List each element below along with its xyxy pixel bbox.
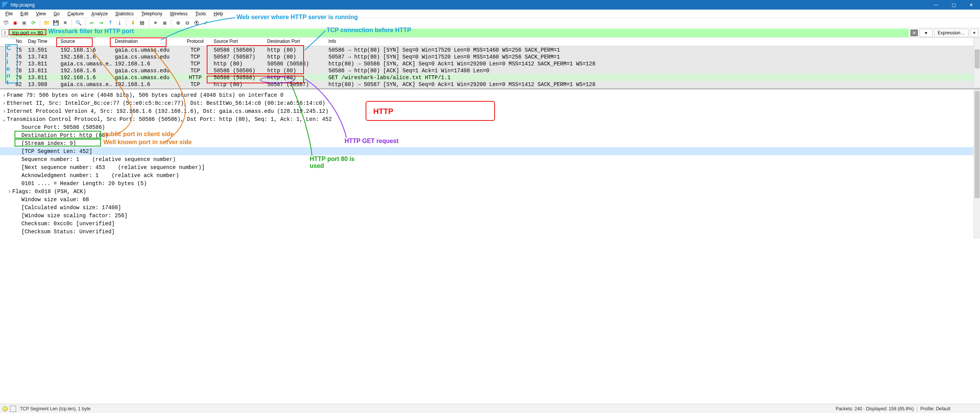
menu-edit[interactable]: Edit <box>16 11 32 16</box>
column-header[interactable]: Source Port <box>211 38 264 46</box>
column-header[interactable]: Protocol <box>180 38 211 46</box>
packet-row[interactable]: 7613.743192.168.1.6gaia.cs.umass.eduTCP5… <box>0 53 980 60</box>
toolbar-button[interactable]: ⤒ <box>106 19 114 27</box>
menu-wireless[interactable]: Wireless <box>166 11 191 16</box>
expert-info-icon[interactable] <box>2 406 8 411</box>
app-icon <box>2 2 8 8</box>
toolbar-button[interactable]: ⊕ <box>174 19 182 27</box>
status-field-info: TCP Segment Len (tcp.len), 1 byte <box>20 406 91 411</box>
menu-statistics[interactable]: Statistics <box>111 11 137 16</box>
toolbar-button[interactable]: ▤ <box>138 19 146 27</box>
packet-row[interactable]: 7513.591192.168.1.6gaia.cs.umass.eduTCP5… <box>0 46 980 53</box>
detail-line[interactable]: [Window size scaling factor: 256] <box>0 211 980 220</box>
menu-tools[interactable]: Tools <box>191 11 210 16</box>
toolbar-button[interactable]: 📁 <box>42 19 51 27</box>
menu-capture[interactable]: Capture <box>64 11 88 16</box>
detail-line[interactable]: Checksum: 0xcc0c [unverified] <box>0 220 980 228</box>
detail-line[interactable]: [Stream index: 9] <box>0 139 980 147</box>
filter-clear-button[interactable]: ✕ <box>910 29 918 36</box>
detail-line[interactable]: Source Port: 50586 (50586) <box>0 123 980 131</box>
detail-line[interactable]: Acknowledgment number: 1 (relative ack n… <box>0 171 980 179</box>
display-filter-row: ▯ ✕ ▾ Expression… + <box>0 28 980 38</box>
detail-line[interactable]: Window size value: 68 <box>0 195 980 203</box>
status-packet-count: Packets: 240 · Displayed: 158 (65.8%) <box>836 406 914 411</box>
toolbar-button[interactable]: ▣ <box>20 19 28 27</box>
column-header[interactable]: Destination <box>112 38 180 46</box>
toolbar-button[interactable]: ⦿ <box>192 19 201 27</box>
toolbar-button[interactable]: ✕ <box>61 19 69 27</box>
toolbar-button[interactable]: ◉ <box>11 19 19 27</box>
scrollbar[interactable] <box>973 89 980 239</box>
detail-line[interactable]: ›Internet Protocol Version 4, Src: 192.1… <box>0 107 980 115</box>
status-profile[interactable]: Profile: Default <box>920 406 978 411</box>
toolbar-button[interactable]: ≡ <box>151 19 160 27</box>
menu-file[interactable]: File <box>2 11 16 16</box>
toolbar-button[interactable]: ⇒ <box>97 19 105 27</box>
detail-line[interactable]: 0101 .... = Header Length: 20 bytes (5) <box>0 179 980 187</box>
menu-go[interactable]: Go <box>50 11 64 16</box>
toolbar-button[interactable]: ⟳ <box>29 19 38 27</box>
window-title: http.pcapng <box>11 2 35 8</box>
column-header[interactable]: Info <box>325 38 980 46</box>
detail-line[interactable]: [TCP Segment Len: 452] <box>0 147 980 155</box>
toolbar-button[interactable]: ≣ <box>160 19 169 27</box>
toolbar-button[interactable]: ⬇ <box>129 19 137 27</box>
toolbar-button[interactable]: 🔍 <box>74 19 83 27</box>
packet-row[interactable]: 7713.811gaia.cs.umass.e…192.168.1.6TCPht… <box>0 60 980 67</box>
detail-line[interactable]: Sequence number: 1 (relative sequence nu… <box>0 155 980 163</box>
detail-line[interactable]: ›Ethernet II, Src: IntelCor_8c:ce:77 (5c… <box>0 99 980 107</box>
packet-row[interactable]: 7813.811192.168.1.6gaia.cs.umass.eduTCP5… <box>0 67 980 74</box>
detail-line[interactable]: Destination Port: http (80) <box>0 131 980 139</box>
detail-line[interactable]: [Calculated window size: 17408] <box>0 203 980 211</box>
packet-list-pane[interactable]: No Day Time Source Destination Protocol … <box>0 38 980 89</box>
menu-analyze[interactable]: Analyze <box>88 11 112 16</box>
column-header[interactable]: Day Time <box>25 38 57 46</box>
window-titlebar: http.pcapng — ▢ ✕ <box>0 0 980 10</box>
window-close-button[interactable]: ✕ <box>962 0 980 10</box>
detail-line[interactable]: ›Flags: 0x018 (PSH, ACK) <box>0 187 980 195</box>
packet-details-pane[interactable]: ›Frame 79: 506 bytes on wire (4048 bits)… <box>0 89 980 239</box>
detail-line[interactable]: ⌄Transmission Control Protocol, Src Port… <box>0 115 980 123</box>
menu-help[interactable]: Help <box>210 11 227 16</box>
toolbar: 🦈 ◉ ▣ ⟳ 📁 💾 ✕ 🔍 ⇐ ⇒ ⤒ ⤓ ⬇ ▤ ≡ ≣ ⊕ ⊖ ⦿ ⤢ <box>0 18 980 28</box>
toolbar-button[interactable]: ⇐ <box>88 19 96 27</box>
detail-line[interactable]: [Next sequence number: 453 (relative seq… <box>0 163 980 171</box>
menu-view[interactable]: View <box>32 11 50 16</box>
detail-line[interactable]: [Checksum Status: Unverified] <box>0 228 980 236</box>
packet-row[interactable]: 7913.811192.168.1.6gaia.cs.umass.eduHTTP… <box>0 74 980 81</box>
column-header[interactable]: No <box>0 38 25 46</box>
edit-capture-comment-button[interactable] <box>10 406 16 412</box>
statusbar: TCP Segment Len (tcp.len), 1 byte Packet… <box>0 404 980 413</box>
column-header[interactable]: Source <box>57 38 112 46</box>
packet-list-header: No Day Time Source Destination Protocol … <box>0 38 980 46</box>
column-header[interactable]: Destination Port <box>264 38 325 46</box>
menubar: FileEditViewGoCaptureAnalyzeStatisticsTe… <box>0 10 980 18</box>
filter-apply-dropdown[interactable]: ▾ <box>920 29 933 37</box>
scrollbar[interactable] <box>973 38 980 88</box>
toolbar-button[interactable]: ⊖ <box>183 19 191 27</box>
detail-line[interactable]: ›Frame 79: 506 bytes on wire (4048 bits)… <box>0 91 980 99</box>
toolbar-button[interactable]: 💾 <box>52 19 60 27</box>
toolbar-button[interactable]: ⤓ <box>115 19 124 27</box>
toolbar-button[interactable]: ⤢ <box>201 19 210 27</box>
window-maximize-button[interactable]: ▢ <box>945 0 962 10</box>
packet-row[interactable]: 8213.988gaia.cs.umass.e…192.168.1.6TCPht… <box>0 81 980 88</box>
toolbar-button[interactable]: 🦈 <box>2 19 10 27</box>
window-minimize-button[interactable]: — <box>927 0 945 10</box>
filter-expression-button[interactable]: Expression… <box>934 29 969 37</box>
filter-add-button[interactable]: + <box>970 29 978 37</box>
menu-telephony[interactable]: Telephony <box>137 11 166 16</box>
display-filter-input[interactable] <box>10 29 909 37</box>
filter-bookmark-button[interactable]: ▯ <box>2 29 8 36</box>
